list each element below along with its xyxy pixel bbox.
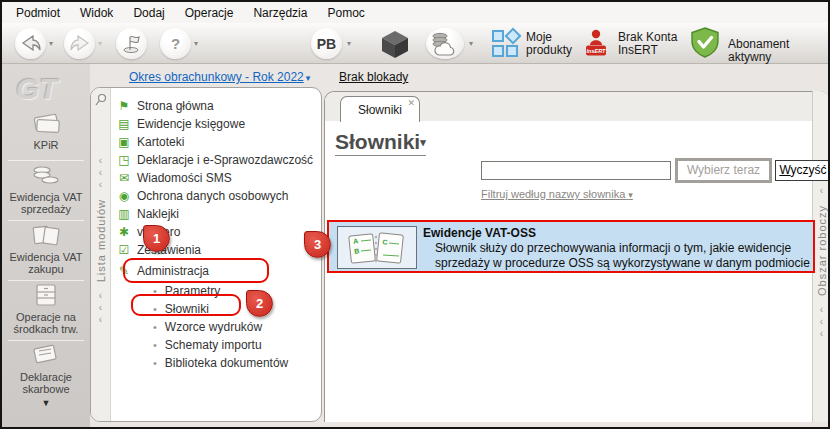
module-list-collapse-bar[interactable]: ‹ ‹ ‹ Lista modułów ‹ ‹ ‹: [91, 88, 111, 421]
workspace-bar-label: Obszar roboczy: [816, 205, 828, 296]
subscription-status-label[interactable]: Abonament aktywny: [728, 38, 828, 64]
help-caret-icon[interactable]: ▾: [194, 39, 198, 48]
result-item-ewidencje-vat-oss[interactable]: A B C Ewidencje VAT-OSS Słownik służy do: [327, 220, 815, 273]
cloud-caret-icon[interactable]: ▾: [469, 39, 473, 48]
menubar: Podmiot Widok Dodaj Operacje Narzędzia P…: [2, 2, 828, 23]
page-title[interactable]: Słowniki▾: [335, 130, 426, 156]
module-item-kartoteki[interactable]: ▣ Kartoteki: [117, 133, 184, 150]
help-button[interactable]: ?: [160, 28, 191, 59]
stamp-text: InsERT: [587, 48, 606, 54]
sidebar-more-icon[interactable]: ▼: [2, 398, 90, 408]
result-title: Ewidencje VAT-OSS: [423, 226, 536, 240]
chevron-left-icon[interactable]: ‹: [99, 314, 102, 326]
flag-button[interactable]: [116, 28, 147, 59]
app-window: Podmiot Widok Dodaj Operacje Narzędzia P…: [0, 0, 830, 429]
module-item-label: Deklaracje i e-Sprawozdawczość: [137, 153, 313, 167]
module-item-label: Strona główna: [137, 99, 214, 113]
user-caret-icon[interactable]: ▾: [347, 39, 351, 48]
sidebar-label: Ewidencja VAT: [2, 191, 90, 203]
cloud-database-icon: [430, 31, 460, 57]
chevron-left-icon[interactable]: ‹: [99, 167, 102, 179]
result-description-line1: Słownik służy do przechowywania informac…: [435, 241, 791, 255]
menu-narzedzia[interactable]: Narzędzia: [243, 3, 317, 23]
documents-icon: [31, 342, 61, 368]
submodule-item-biblioteka-dokumentow[interactable]: • Biblioteka dokumentów: [153, 354, 288, 371]
select-now-button[interactable]: Wybierz teraz: [675, 158, 772, 183]
module-sidebar: GT KPiR Ewidencja VAT sprzedaży: [2, 64, 90, 427]
chevron-left-icon[interactable]: ‹: [820, 328, 823, 340]
sidebar-label: Ewidencja VAT: [2, 251, 90, 263]
sidebar-item-ewidencja-vat-sprzedazy[interactable]: Ewidencja VAT sprzedaży: [2, 162, 90, 215]
filter-by-name-link[interactable]: Filtruj według nazwy słownika ▾: [481, 188, 633, 200]
menu-operacje[interactable]: Operacje: [175, 3, 244, 23]
account-label-2[interactable]: InsERT: [618, 44, 658, 57]
dictionary-letter: B: [354, 247, 360, 254]
filter-link-text: Filtruj według nazwy słownika: [481, 188, 625, 200]
sidebar-item-kpir[interactable]: KPiR: [2, 110, 90, 151]
menu-pomoc[interactable]: Pomoc: [317, 3, 374, 23]
shield-check-icon[interactable]: [690, 27, 720, 59]
chevron-left-icon[interactable]: ‹: [99, 302, 102, 314]
step-badge-3: 3: [304, 231, 331, 258]
back-button[interactable]: [15, 28, 46, 59]
insert-stamp-icon[interactable]: InsERT: [582, 28, 610, 58]
forward-button[interactable]: [64, 28, 95, 59]
clear-button-rest: yczyść: [791, 163, 827, 177]
ledger-icon: ▤: [117, 117, 131, 131]
module-item-wiadomosci-sms[interactable]: ✉ Wiadomości SMS: [117, 169, 232, 186]
kpir-book-icon: [31, 110, 61, 136]
module-item-ochrona-danych[interactable]: ◉ Ochrona danych osobowych: [117, 187, 288, 204]
module-item-naklejki[interactable]: ▥ Naklejki: [117, 205, 179, 222]
admin-pencil-icon: ✎: [117, 264, 131, 278]
clear-button-accel: W: [779, 163, 790, 177]
menu-widok[interactable]: Widok: [70, 3, 123, 23]
submodule-label: Biblioteka dokumentów: [165, 356, 288, 370]
products-label-2[interactable]: produkty: [526, 44, 572, 57]
result-description-line2: sprzedaży w procedurze OSS są wykorzysty…: [435, 256, 810, 270]
chevron-left-icon[interactable]: ‹: [820, 304, 823, 316]
cloud-archive-button[interactable]: [426, 28, 464, 59]
step-badge-2: 2: [246, 290, 273, 317]
sidebar-label: środkach trw.: [2, 323, 90, 335]
cube-icon[interactable]: [380, 29, 410, 59]
submodule-item-slowniki[interactable]: • Słowniki: [153, 300, 209, 317]
submodule-item-schematy-importu[interactable]: • Schematy importu: [153, 336, 262, 353]
chevron-left-icon[interactable]: ‹: [820, 316, 823, 328]
submodule-item-wzorce-wydrukow[interactable]: • Wzorce wydruków: [153, 318, 262, 335]
products-grid-icon[interactable]: [492, 30, 522, 58]
lock-status-link[interactable]: Brak blokady: [339, 70, 408, 84]
toolbar: ▾ ▾ ? ▾ PB ▾: [2, 23, 828, 64]
bullet-icon: •: [153, 285, 157, 297]
accounting-period-link[interactable]: Okres obrachunkowy - Rok 2022▾: [129, 70, 310, 84]
forward-caret-icon[interactable]: ▾: [98, 39, 102, 48]
module-item-label: Ewidencje księgowe: [137, 117, 245, 131]
tab-close-icon[interactable]: ✕: [407, 98, 415, 108]
sidebar-item-operacje-srodki-trwale[interactable]: Operacje na środkach trw.: [2, 282, 90, 335]
module-item-strona-glowna[interactable]: ⚑ Strona główna: [117, 97, 214, 114]
submodule-item-parametry[interactable]: • Parametry: [153, 282, 220, 299]
sidebar-label: Deklaracje: [2, 371, 90, 383]
sidebar-item-deklaracje-skarbowe[interactable]: Deklaracje skarbowe: [2, 342, 90, 395]
module-item-deklaracje[interactable]: ◳ Deklaracje i e-Sprawozdawczość: [117, 151, 313, 168]
step-badge-1: 1: [143, 225, 170, 252]
period-caret-icon: ▾: [306, 73, 311, 83]
pin-icon[interactable]: [94, 93, 108, 107]
module-item-administracja[interactable]: ✎ Administracja: [117, 262, 209, 279]
search-input[interactable]: [481, 161, 671, 180]
module-item-ewidencje-ksiegowe[interactable]: ▤ Ewidencje księgowe: [117, 115, 245, 132]
menu-podmiot[interactable]: Podmiot: [6, 3, 70, 23]
module-item-label: Ochrona danych osobowych: [137, 189, 288, 203]
forward-arrow-icon: [69, 35, 91, 53]
tab-slowniki[interactable]: Słowniki ✕: [340, 96, 420, 122]
card-index-icon: ▣: [117, 135, 131, 149]
back-caret-icon[interactable]: ▾: [49, 39, 53, 48]
chevron-left-icon[interactable]: ‹: [820, 185, 823, 197]
sidebar-item-ewidencja-vat-zakupu[interactable]: Ewidencja VAT zakupu: [2, 222, 90, 275]
user-pb-button[interactable]: PB: [311, 28, 342, 59]
chevron-left-icon[interactable]: ‹: [99, 155, 102, 167]
chevron-left-icon[interactable]: ‹: [99, 290, 102, 302]
clear-button[interactable]: Wyczyść: [775, 160, 830, 181]
sms-icon: ✉: [117, 171, 131, 185]
chevron-left-icon[interactable]: ‹: [99, 179, 102, 191]
menu-dodaj[interactable]: Dodaj: [123, 3, 174, 23]
